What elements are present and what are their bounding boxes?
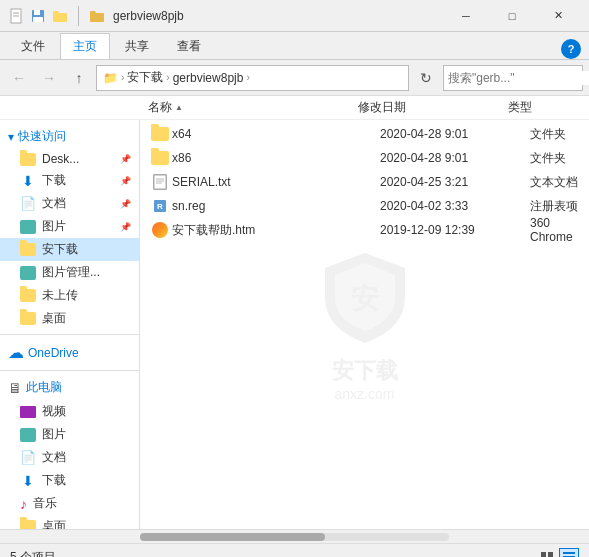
sidebar-item-pc-pictures[interactable]: 图片 (0, 423, 139, 446)
sidebar-section-onedrive: ☁ OneDrive (0, 339, 139, 366)
sidebar-divider-1 (0, 334, 139, 335)
file-type-htm: 360 Chrome (522, 216, 589, 244)
file-name-x86: x86 (172, 151, 372, 165)
file-row-x64[interactable]: x64 2020-04-28 9:01 文件夹 (140, 122, 589, 146)
hscroll-thumb[interactable] (140, 533, 325, 541)
file-type-serial: 文本文档 (522, 174, 589, 191)
large-icons-view-button[interactable] (537, 548, 557, 558)
svg-rect-17 (563, 552, 575, 554)
hscroll-track[interactable] (140, 533, 449, 541)
column-headers: 名称 ▲ 修改日期 类型 (0, 96, 589, 120)
tab-view[interactable]: 查看 (164, 33, 214, 59)
file-type-sn: 注册表项 (522, 198, 589, 215)
svg-rect-14 (548, 552, 553, 557)
sidebar-item-pc-desk[interactable]: 桌面 (0, 515, 139, 529)
doc-icon-sidebar: 📄 (20, 196, 36, 212)
sidebar-item-pictures[interactable]: 图片 📌 (0, 215, 139, 238)
folder-icon (52, 8, 68, 24)
file-row-sn[interactable]: R sn.reg 2020-04-02 3:33 注册表项 (140, 194, 589, 218)
file-row-x86[interactable]: x86 2020-04-28 9:01 文件夹 (140, 146, 589, 170)
file-list: 安 安下载 anxz.com x64 2020-04-28 9:01 文件夹 x… (140, 120, 589, 529)
sidebar-item-music[interactable]: ♪ 音乐 (0, 492, 139, 515)
file-date-x86: 2020-04-28 9:01 (372, 151, 522, 165)
file-date-serial: 2020-04-25 3:21 (372, 175, 522, 189)
doc-icon (8, 8, 24, 24)
sidebar-item-downloads[interactable]: ⬇ 下载 📌 (0, 169, 139, 192)
pin-icon-documents: 📌 (120, 199, 131, 209)
pic-mgr-icon (20, 266, 36, 280)
ribbon-tabs: 文件 主页 共享 查看 ? (0, 32, 589, 60)
file-icon-htm (148, 222, 172, 238)
sidebar-thispc-header[interactable]: 🖥 此电脑 (0, 375, 139, 400)
sidebar-item-desktop[interactable]: Desk... 📌 (0, 149, 139, 169)
sidebar-quickaccess-header[interactable]: ▾ 快速访问 (0, 124, 139, 149)
sidebar-item-picmgr[interactable]: 图片管理... (0, 261, 139, 284)
pc-doc-icon: 📄 (20, 450, 36, 466)
minimize-button[interactable]: ─ (443, 0, 489, 32)
breadcrumb-andown[interactable]: 安下载 (127, 69, 163, 86)
sidebar-section-thispc: 🖥 此电脑 视频 图片 📄 文档 ⬇ 下载 ♪ 音乐 (0, 375, 139, 529)
window-controls: ─ □ ✕ (443, 0, 581, 32)
tab-home[interactable]: 主页 (60, 33, 110, 59)
up-button[interactable]: ↑ (66, 66, 92, 90)
pic-icon-sidebar (20, 220, 36, 234)
breadcrumb-folder[interactable]: gerbview8pjb (173, 71, 244, 85)
pc-download-icon: ⬇ (20, 473, 36, 489)
address-breadcrumb[interactable]: 📁 › 安下载 › gerbview8pjb › (96, 65, 409, 91)
folder-open-icon (89, 8, 105, 24)
details-view-button[interactable] (559, 548, 579, 558)
file-name-serial: SERIAL.txt (172, 175, 372, 189)
sort-arrow-icon: ▲ (175, 103, 183, 112)
search-input[interactable] (448, 71, 589, 85)
sidebar-item-video[interactable]: 视频 (0, 400, 139, 423)
pin-icon-downloads: 📌 (120, 176, 131, 186)
sidebar-onedrive-header[interactable]: ☁ OneDrive (0, 339, 139, 366)
tab-share[interactable]: 共享 (112, 33, 162, 59)
file-row-serial[interactable]: SERIAL.txt 2020-04-25 3:21 文本文档 (140, 170, 589, 194)
col-header-type[interactable]: 类型 (500, 99, 589, 116)
save-icon (30, 8, 46, 24)
breadcrumb-end-arrow: › (246, 72, 249, 83)
folder-icon-desk2 (20, 312, 36, 325)
watermark-shield-icon: 安 (315, 248, 415, 348)
sidebar-item-pc-docs[interactable]: 📄 文档 (0, 446, 139, 469)
folder-icon-desktop (20, 153, 36, 166)
sidebar-item-documents[interactable]: 📄 文档 📌 (0, 192, 139, 215)
watermark-text: 安下载 (315, 356, 415, 386)
main-area: ▾ 快速访问 Desk... 📌 ⬇ 下载 📌 📄 文档 📌 图片 (0, 120, 589, 529)
folder-icon-notup (20, 289, 36, 302)
col-header-name[interactable]: 名称 ▲ (140, 99, 350, 116)
file-date-sn: 2020-04-02 3:33 (372, 199, 522, 213)
horizontal-scrollbar (0, 529, 589, 543)
pin-icon-desktop: 📌 (120, 154, 131, 164)
title-bar-icons (8, 6, 105, 26)
sidebar-item-notup[interactable]: 未上传 (0, 284, 139, 307)
sidebar-item-sidebar-desk[interactable]: 桌面 (0, 307, 139, 330)
sidebar-item-andown[interactable]: 安下载 (0, 238, 139, 261)
refresh-button[interactable]: ↻ (413, 65, 439, 91)
status-bar: 5 个项目 (0, 543, 589, 557)
reg-icon: R (153, 199, 167, 213)
maximize-button[interactable]: □ (489, 0, 535, 32)
forward-button[interactable]: → (36, 66, 62, 90)
status-item-count: 5 个项目 (10, 549, 56, 557)
close-button[interactable]: ✕ (535, 0, 581, 32)
window-title: gerbview8pjb (113, 9, 443, 23)
file-name-sn: sn.reg (172, 199, 372, 213)
htm-icon (152, 222, 168, 238)
back-button[interactable]: ← (6, 66, 32, 90)
folder-icon-andown (20, 243, 36, 256)
address-bar: ← → ↑ 📁 › 安下载 › gerbview8pjb › ↻ 🔍 (0, 60, 589, 96)
watermark-url: anxz.com (315, 386, 415, 402)
file-name-htm: 安下载帮助.htm (172, 222, 372, 239)
folder-icon-x64 (151, 127, 169, 141)
title-bar: gerbview8pjb ─ □ ✕ (0, 0, 589, 32)
sidebar: ▾ 快速访问 Desk... 📌 ⬇ 下载 📌 📄 文档 📌 图片 (0, 120, 140, 529)
view-toggle (537, 548, 579, 558)
tab-file[interactable]: 文件 (8, 33, 58, 59)
sidebar-item-pc-downloads[interactable]: ⬇ 下载 (0, 469, 139, 492)
file-icon-x86 (148, 151, 172, 165)
help-button[interactable]: ? (561, 39, 581, 59)
col-header-date[interactable]: 修改日期 (350, 99, 500, 116)
file-row-htm[interactable]: 安下载帮助.htm 2019-12-09 12:39 360 Chrome (140, 218, 589, 242)
